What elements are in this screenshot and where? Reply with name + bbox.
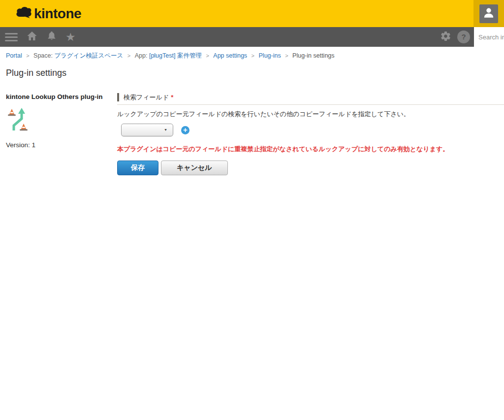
plugin-info-panel: kintone Lookup Others plug-in <box>6 93 117 175</box>
add-field-button[interactable]: + <box>181 126 189 134</box>
button-row: 保存 キャンセル <box>117 161 504 175</box>
search-input[interactable] <box>474 27 504 47</box>
hamburger-icon <box>5 33 18 41</box>
hamburger-menu-button[interactable] <box>5 33 18 41</box>
breadcrumb-link-space[interactable]: プラグイン検証スペース <box>54 52 123 59</box>
plugin-name: kintone Lookup Others plug-in <box>6 93 117 100</box>
breadcrumb-link-app-settings[interactable]: App settings <box>213 52 247 59</box>
kintone-logo[interactable]: kintone <box>15 6 81 22</box>
breadcrumb-app-prefix: App: <box>135 52 148 59</box>
user-menu-button[interactable] <box>473 0 504 27</box>
required-mark: * <box>171 94 173 101</box>
help-button[interactable]: ? <box>457 31 470 43</box>
kintone-cloud-icon <box>15 6 32 22</box>
field-select[interactable]: ▼ <box>121 124 173 136</box>
question-icon: ? <box>457 31 470 43</box>
breadcrumb: Portal > Space: プラグイン検証スペース > App: [plug… <box>0 47 504 60</box>
settings-form: 検索フィールド* ルックアップのコピー元フィールドの検索を行いたいその他のコピー… <box>117 93 504 175</box>
breadcrumb-space-prefix: Space: <box>33 52 53 59</box>
home-icon <box>26 30 38 44</box>
plugin-version-label: Version: 1 <box>6 141 117 149</box>
cancel-button[interactable]: キャンセル <box>161 161 228 175</box>
breadcrumb-link-app[interactable]: [plugTest] 案件管理 <box>149 52 202 59</box>
page-title: Plug-in settings <box>6 68 498 78</box>
breadcrumb-separator: > <box>127 53 130 59</box>
notifications-button[interactable] <box>46 30 57 44</box>
search-box <box>474 27 504 47</box>
top-header-bar: kintone <box>0 0 504 27</box>
breadcrumb-separator: > <box>206 53 209 59</box>
warning-text: 本プラグインはコピー元のフィールドに重複禁止指定がなされているルックアップに対し… <box>117 145 504 154</box>
toolbar: ★ ? <box>0 27 504 47</box>
kintone-logo-text: kintone <box>34 6 81 22</box>
breadcrumb-link-plugins[interactable]: Plug-ins <box>259 52 281 59</box>
home-button[interactable] <box>26 30 38 44</box>
save-button[interactable]: 保存 <box>117 161 158 175</box>
plus-icon: + <box>183 126 188 134</box>
content: kintone Lookup Others plug-in <box>0 93 504 175</box>
person-icon <box>482 6 495 21</box>
breadcrumb-separator: > <box>285 53 288 59</box>
bell-icon <box>46 30 57 44</box>
breadcrumb-separator: > <box>26 53 29 59</box>
settings-button[interactable] <box>440 31 451 44</box>
field-label: 検索フィールド* <box>117 93 504 101</box>
favorites-button[interactable]: ★ <box>65 27 76 47</box>
field-header-row: 検索フィールド* <box>117 93 504 105</box>
plugin-icon <box>7 107 117 133</box>
breadcrumb-current: Plug-in settings <box>292 52 334 59</box>
avatar <box>479 4 498 23</box>
chevron-down-icon: ▼ <box>164 126 167 134</box>
field-description: ルックアップのコピー元フィールドの検索を行いたいその他のコピーフィールドを指定し… <box>117 110 504 119</box>
field-control-row: ▼ + <box>121 124 504 136</box>
star-icon: ★ <box>65 27 76 47</box>
breadcrumb-link-portal[interactable]: Portal <box>6 52 22 59</box>
gear-icon <box>440 31 451 44</box>
breadcrumb-separator: > <box>252 53 254 59</box>
page-body: Portal > Space: プラグイン検証スペース > App: [plug… <box>0 47 504 420</box>
